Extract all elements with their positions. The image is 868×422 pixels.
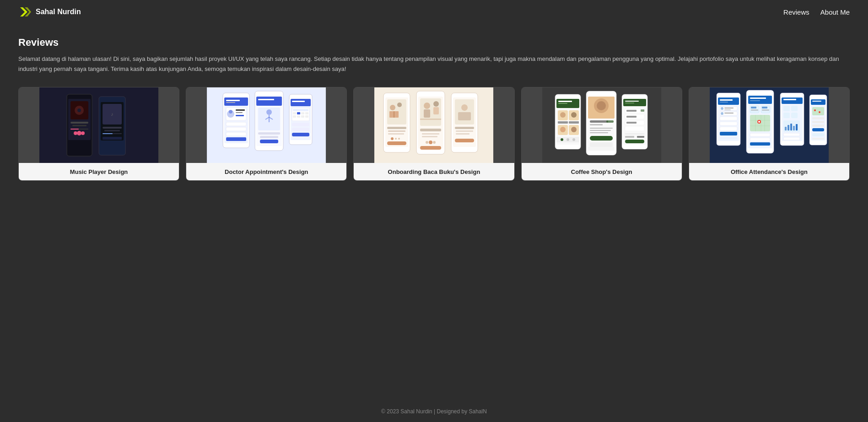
svg-point-132 — [597, 101, 606, 110]
svg-rect-201 — [782, 97, 803, 104]
svg-rect-141 — [588, 147, 615, 151]
svg-rect-8 — [70, 122, 88, 124]
svg-rect-145 — [625, 101, 639, 102]
footer: © 2023 Sahal Nurdin | Designed by SahalN — [0, 401, 868, 422]
svg-rect-206 — [791, 113, 798, 118]
svg-rect-139 — [590, 136, 613, 141]
brand[interactable]: Sahal Nurdin — [18, 5, 81, 18]
card-image-coffee — [522, 87, 682, 163]
svg-rect-88 — [424, 109, 430, 118]
svg-rect-59 — [297, 112, 300, 114]
card-office-attendance[interactable]: Office Attendance's Design — [689, 87, 850, 181]
svg-rect-29 — [226, 102, 235, 103]
svg-rect-106 — [456, 133, 469, 135]
svg-rect-211 — [793, 126, 795, 130]
svg-rect-205 — [783, 113, 790, 118]
svg-rect-43 — [258, 99, 274, 100]
card-image-music-player: ♪ — [19, 87, 179, 163]
svg-rect-155 — [625, 133, 644, 135]
svg-point-14 — [81, 131, 85, 135]
svg-rect-68 — [292, 133, 309, 136]
svg-rect-112 — [558, 101, 572, 102]
svg-point-126 — [566, 138, 569, 141]
svg-rect-219 — [812, 107, 824, 115]
svg-point-73 — [390, 105, 395, 110]
svg-rect-138 — [590, 132, 608, 133]
svg-rect-134 — [590, 124, 603, 125]
svg-rect-213 — [783, 133, 800, 136]
svg-rect-198 — [750, 142, 770, 146]
svg-point-97 — [433, 141, 436, 144]
svg-rect-180 — [750, 97, 766, 99]
svg-rect-167 — [724, 108, 733, 108]
svg-rect-140 — [590, 142, 613, 147]
card-image-buku — [354, 87, 514, 163]
svg-point-89 — [433, 101, 439, 107]
svg-point-81 — [395, 138, 397, 140]
svg-rect-176 — [720, 137, 737, 139]
svg-rect-66 — [292, 123, 309, 126]
svg-rect-212 — [796, 124, 798, 130]
svg-rect-61 — [305, 112, 308, 114]
svg-rect-171 — [724, 113, 733, 114]
svg-rect-148 — [626, 110, 636, 112]
card-onboarding-buku[interactable]: Onboarding Baca Buku's Design — [353, 87, 514, 181]
svg-rect-158 — [625, 140, 644, 143]
svg-rect-113 — [558, 103, 567, 104]
svg-point-195 — [758, 121, 760, 123]
nav-links: Reviews About Me — [783, 8, 850, 16]
svg-rect-94 — [422, 136, 437, 137]
svg-rect-37 — [226, 127, 246, 131]
svg-rect-179 — [748, 96, 772, 104]
svg-rect-64 — [301, 115, 304, 118]
svg-rect-98 — [420, 146, 441, 150]
svg-rect-20 — [104, 130, 120, 131]
svg-point-123 — [571, 127, 577, 132]
svg-point-125 — [561, 138, 563, 141]
svg-rect-39 — [226, 137, 246, 141]
nav-link-reviews[interactable]: Reviews — [783, 8, 809, 16]
svg-rect-222 — [812, 117, 824, 119]
svg-rect-50 — [260, 136, 278, 138]
svg-rect-208 — [785, 127, 787, 130]
svg-rect-183 — [751, 107, 756, 108]
svg-rect-187 — [762, 109, 769, 111]
svg-rect-223 — [812, 121, 824, 123]
page-title: Reviews — [18, 37, 850, 49]
svg-rect-57 — [293, 109, 308, 111]
svg-point-82 — [398, 138, 400, 140]
svg-rect-103 — [458, 112, 471, 120]
svg-rect-63 — [297, 115, 300, 118]
svg-rect-146 — [625, 103, 634, 103]
card-doctor-appointment[interactable]: Doctor Appointment's Design — [186, 87, 347, 181]
svg-rect-58 — [293, 112, 296, 114]
svg-rect-9 — [72, 125, 86, 126]
svg-point-87 — [424, 103, 430, 109]
nav-link-about[interactable]: About Me — [820, 8, 850, 16]
svg-rect-157 — [637, 136, 644, 138]
svg-point-127 — [572, 138, 575, 141]
card-music-player[interactable]: ♪ Music Player Design — [18, 87, 179, 181]
svg-rect-162 — [718, 97, 739, 105]
card-label-doctor: Doctor Appointment's Design — [186, 163, 346, 180]
svg-rect-186 — [762, 107, 767, 108]
svg-rect-203 — [783, 106, 790, 111]
svg-rect-163 — [720, 99, 733, 101]
svg-rect-133 — [590, 120, 608, 123]
svg-rect-204 — [791, 106, 798, 111]
svg-point-95 — [426, 141, 428, 144]
svg-point-32 — [229, 110, 232, 114]
svg-rect-164 — [720, 102, 728, 103]
cards-grid: ♪ Music Player Design — [18, 87, 850, 181]
svg-rect-173 — [720, 122, 737, 125]
svg-rect-197 — [750, 138, 770, 141]
svg-rect-42 — [256, 97, 282, 106]
card-coffee-shop[interactable]: Coffee Shop's Design — [521, 87, 682, 181]
svg-rect-184 — [751, 109, 758, 111]
svg-rect-28 — [226, 100, 240, 101]
card-label-coffee: Coffee Shop's Design — [522, 163, 682, 180]
svg-rect-174 — [720, 127, 737, 130]
svg-rect-149 — [641, 109, 644, 112]
svg-point-121 — [560, 127, 566, 132]
brand-name: Sahal Nurdin — [36, 8, 81, 16]
